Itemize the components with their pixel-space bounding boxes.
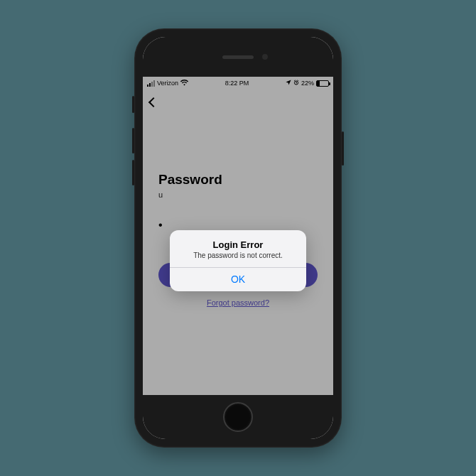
front-camera bbox=[262, 54, 268, 60]
alert-body: Login Error The password is not correct. bbox=[170, 230, 306, 267]
app-viewport: Verizon 8:22 PM 22% bbox=[143, 77, 333, 395]
alert-message: The password is not correct. bbox=[177, 251, 299, 259]
bottom-bezel bbox=[143, 395, 333, 439]
speaker bbox=[222, 55, 254, 59]
login-error-alert: Login Error The password is not correct.… bbox=[170, 230, 306, 291]
volume-down-button bbox=[132, 160, 134, 185]
home-button[interactable] bbox=[223, 402, 253, 432]
alert-ok-button[interactable]: OK bbox=[170, 268, 306, 291]
top-bezel bbox=[143, 37, 333, 77]
mute-switch bbox=[132, 96, 134, 113]
power-button bbox=[342, 131, 344, 166]
alert-title: Login Error bbox=[177, 239, 299, 250]
volume-up-button bbox=[132, 128, 134, 153]
phone-frame: Verizon 8:22 PM 22% bbox=[134, 28, 342, 448]
screen: Verizon 8:22 PM 22% bbox=[143, 37, 333, 439]
